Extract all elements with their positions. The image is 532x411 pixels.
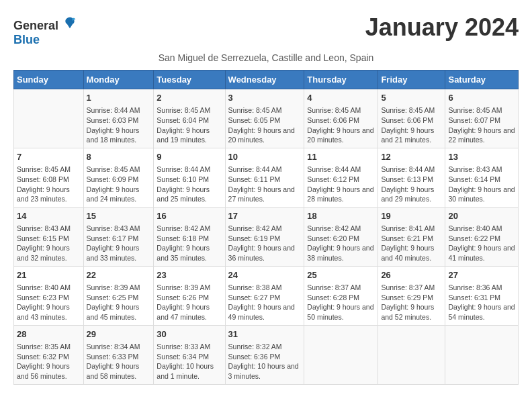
calendar-header-thursday: Thursday xyxy=(304,71,378,89)
calendar-cell: 27Sunrise: 8:36 AMSunset: 6:31 PMDayligh… xyxy=(445,266,519,325)
day-number: 15 xyxy=(87,210,151,222)
day-number: 2 xyxy=(157,92,222,104)
calendar-week-row: 14Sunrise: 8:43 AMSunset: 6:15 PMDayligh… xyxy=(14,207,519,266)
day-number: 10 xyxy=(228,151,302,163)
calendar-cell: 13Sunrise: 8:43 AMSunset: 6:14 PMDayligh… xyxy=(445,148,519,207)
day-number: 27 xyxy=(448,269,515,281)
calendar-cell: 17Sunrise: 8:42 AMSunset: 6:19 PMDayligh… xyxy=(225,207,304,266)
calendar-cell: 15Sunrise: 8:43 AMSunset: 6:17 PMDayligh… xyxy=(83,207,154,266)
day-detail: Sunrise: 8:38 AMSunset: 6:27 PMDaylight:… xyxy=(228,283,302,322)
calendar-header-wednesday: Wednesday xyxy=(225,71,304,89)
title-section: January 2024 xyxy=(365,13,519,42)
day-number: 9 xyxy=(157,151,222,163)
calendar-cell: 18Sunrise: 8:42 AMSunset: 6:20 PMDayligh… xyxy=(304,207,378,266)
calendar-cell: 22Sunrise: 8:39 AMSunset: 6:25 PMDayligh… xyxy=(83,266,154,325)
day-detail: Sunrise: 8:36 AMSunset: 6:31 PMDaylight:… xyxy=(448,283,515,322)
calendar-cell: 24Sunrise: 8:38 AMSunset: 6:27 PMDayligh… xyxy=(225,266,304,325)
day-number: 8 xyxy=(87,151,151,163)
month-year-title: January 2024 xyxy=(365,13,519,42)
day-number: 11 xyxy=(307,151,375,163)
day-number: 12 xyxy=(381,151,442,163)
calendar-cell xyxy=(14,89,84,148)
calendar-cell: 19Sunrise: 8:41 AMSunset: 6:21 PMDayligh… xyxy=(378,207,445,266)
calendar-cell: 30Sunrise: 8:33 AMSunset: 6:34 PMDayligh… xyxy=(154,325,225,384)
day-number: 5 xyxy=(381,92,442,104)
day-number: 22 xyxy=(87,269,151,281)
calendar-header-sunday: Sunday xyxy=(14,71,84,89)
calendar-cell: 12Sunrise: 8:44 AMSunset: 6:13 PMDayligh… xyxy=(378,148,445,207)
calendar-cell: 8Sunrise: 8:45 AMSunset: 6:09 PMDaylight… xyxy=(83,148,154,207)
logo-text: General Blue xyxy=(13,16,77,47)
calendar-cell: 9Sunrise: 8:44 AMSunset: 6:10 PMDaylight… xyxy=(154,148,225,207)
day-number: 7 xyxy=(17,151,81,163)
day-number: 26 xyxy=(381,269,442,281)
logo-general: General xyxy=(13,19,58,32)
day-detail: Sunrise: 8:45 AMSunset: 6:05 PMDaylight:… xyxy=(228,105,302,145)
day-detail: Sunrise: 8:40 AMSunset: 6:22 PMDaylight:… xyxy=(448,224,515,263)
logo-blue: Blue xyxy=(13,33,40,46)
calendar-cell: 20Sunrise: 8:40 AMSunset: 6:22 PMDayligh… xyxy=(445,207,519,266)
day-detail: Sunrise: 8:42 AMSunset: 6:20 PMDaylight:… xyxy=(307,224,375,263)
day-detail: Sunrise: 8:44 AMSunset: 6:11 PMDaylight:… xyxy=(228,165,302,204)
day-detail: Sunrise: 8:37 AMSunset: 6:28 PMDaylight:… xyxy=(307,283,375,322)
calendar-header-monday: Monday xyxy=(83,71,154,89)
header: General Blue January 2024 xyxy=(13,13,519,47)
calendar-cell: 10Sunrise: 8:44 AMSunset: 6:11 PMDayligh… xyxy=(225,148,304,207)
day-detail: Sunrise: 8:45 AMSunset: 6:06 PMDaylight:… xyxy=(307,105,375,145)
day-number: 1 xyxy=(87,92,151,104)
day-detail: Sunrise: 8:45 AMSunset: 6:08 PMDaylight:… xyxy=(17,165,81,204)
day-detail: Sunrise: 8:37 AMSunset: 6:29 PMDaylight:… xyxy=(381,283,442,322)
day-detail: Sunrise: 8:44 AMSunset: 6:10 PMDaylight:… xyxy=(157,165,222,204)
calendar-table: SundayMondayTuesdayWednesdayThursdayFrid… xyxy=(13,70,519,385)
day-number: 6 xyxy=(448,92,515,104)
calendar-header-tuesday: Tuesday xyxy=(154,71,225,89)
day-number: 3 xyxy=(228,92,302,104)
day-detail: Sunrise: 8:45 AMSunset: 6:07 PMDaylight:… xyxy=(448,105,515,145)
calendar-cell xyxy=(378,325,445,384)
calendar-cell: 31Sunrise: 8:32 AMSunset: 6:36 PMDayligh… xyxy=(225,325,304,384)
calendar-cell: 3Sunrise: 8:45 AMSunset: 6:05 PMDaylight… xyxy=(225,89,304,148)
day-number: 18 xyxy=(307,210,375,222)
calendar-cell xyxy=(445,325,519,384)
day-number: 19 xyxy=(381,210,442,222)
day-number: 16 xyxy=(157,210,222,222)
day-detail: Sunrise: 8:35 AMSunset: 6:32 PMDaylight:… xyxy=(17,342,81,381)
day-detail: Sunrise: 8:43 AMSunset: 6:14 PMDaylight:… xyxy=(448,165,515,204)
day-number: 14 xyxy=(17,210,81,222)
day-number: 20 xyxy=(448,210,515,222)
calendar-cell: 28Sunrise: 8:35 AMSunset: 6:32 PMDayligh… xyxy=(14,325,84,384)
day-detail: Sunrise: 8:45 AMSunset: 6:09 PMDaylight:… xyxy=(87,165,151,204)
calendar-week-row: 21Sunrise: 8:40 AMSunset: 6:23 PMDayligh… xyxy=(14,266,519,325)
day-detail: Sunrise: 8:44 AMSunset: 6:12 PMDaylight:… xyxy=(307,165,375,204)
calendar-cell: 25Sunrise: 8:37 AMSunset: 6:28 PMDayligh… xyxy=(304,266,378,325)
day-detail: Sunrise: 8:39 AMSunset: 6:25 PMDaylight:… xyxy=(87,283,151,322)
day-detail: Sunrise: 8:43 AMSunset: 6:17 PMDaylight:… xyxy=(87,224,151,263)
day-number: 4 xyxy=(307,92,375,104)
day-detail: Sunrise: 8:32 AMSunset: 6:36 PMDaylight:… xyxy=(228,342,302,381)
calendar-cell: 16Sunrise: 8:42 AMSunset: 6:18 PMDayligh… xyxy=(154,207,225,266)
day-detail: Sunrise: 8:42 AMSunset: 6:18 PMDaylight:… xyxy=(157,224,222,263)
day-number: 23 xyxy=(157,269,222,281)
day-number: 29 xyxy=(87,328,151,340)
calendar-cell: 2Sunrise: 8:45 AMSunset: 6:04 PMDaylight… xyxy=(154,89,225,148)
day-detail: Sunrise: 8:44 AMSunset: 6:13 PMDaylight:… xyxy=(381,165,442,204)
calendar-cell: 14Sunrise: 8:43 AMSunset: 6:15 PMDayligh… xyxy=(14,207,84,266)
calendar-week-row: 1Sunrise: 8:44 AMSunset: 6:03 PMDaylight… xyxy=(14,89,519,148)
calendar-cell: 4Sunrise: 8:45 AMSunset: 6:06 PMDaylight… xyxy=(304,89,378,148)
day-detail: Sunrise: 8:44 AMSunset: 6:03 PMDaylight:… xyxy=(87,105,151,145)
calendar-cell: 5Sunrise: 8:45 AMSunset: 6:06 PMDaylight… xyxy=(378,89,445,148)
day-detail: Sunrise: 8:39 AMSunset: 6:26 PMDaylight:… xyxy=(157,283,222,322)
calendar-header-friday: Friday xyxy=(378,71,445,89)
calendar-cell: 11Sunrise: 8:44 AMSunset: 6:12 PMDayligh… xyxy=(304,148,378,207)
calendar-cell xyxy=(304,325,378,384)
calendar-cell: 23Sunrise: 8:39 AMSunset: 6:26 PMDayligh… xyxy=(154,266,225,325)
day-detail: Sunrise: 8:45 AMSunset: 6:06 PMDaylight:… xyxy=(381,105,442,145)
page-container: General Blue January 2024 San Miguel de … xyxy=(13,13,519,385)
calendar-week-row: 28Sunrise: 8:35 AMSunset: 6:32 PMDayligh… xyxy=(14,325,519,384)
calendar-week-row: 7Sunrise: 8:45 AMSunset: 6:08 PMDaylight… xyxy=(14,148,519,207)
calendar-cell: 29Sunrise: 8:34 AMSunset: 6:33 PMDayligh… xyxy=(83,325,154,384)
logo-bird-icon xyxy=(63,16,77,30)
day-number: 25 xyxy=(307,269,375,281)
day-number: 31 xyxy=(228,328,302,340)
day-detail: Sunrise: 8:45 AMSunset: 6:04 PMDaylight:… xyxy=(157,105,222,145)
